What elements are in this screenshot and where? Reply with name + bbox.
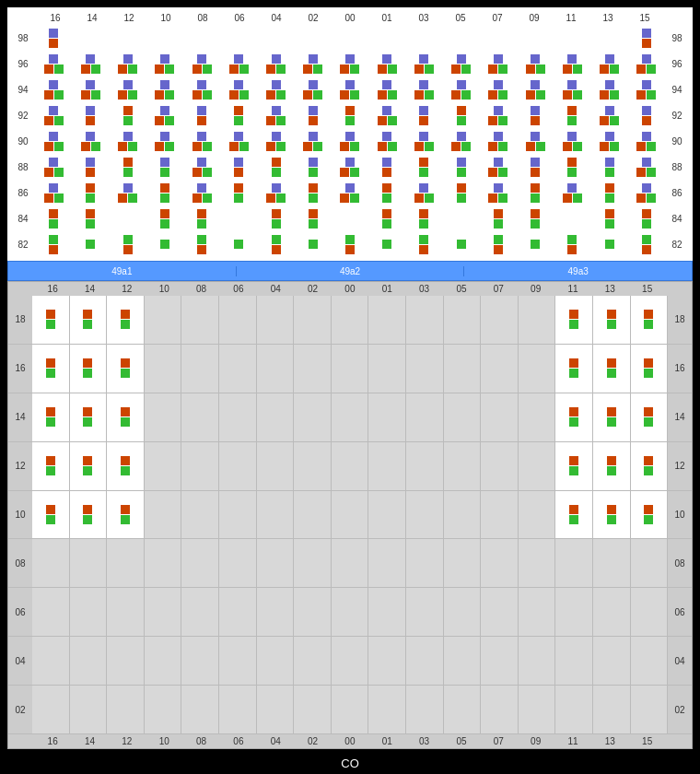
bot-col-header-0: 16 bbox=[36, 284, 69, 294]
bot-row-label-left-08: 08 bbox=[8, 558, 32, 569]
col-header-10: 03 bbox=[407, 13, 440, 23]
bot-cell-r10-c10 bbox=[406, 491, 444, 539]
cell-r88-c16 bbox=[630, 155, 663, 179]
bot-col-header-5: 06 bbox=[222, 284, 255, 294]
bottom-grid-rows: 181816161414121210100808060604040202 bbox=[8, 296, 692, 734]
cell-r98-c15 bbox=[593, 26, 626, 50]
bot-cell-r02-c10 bbox=[406, 686, 444, 733]
bot-cell-r12-c15 bbox=[593, 442, 631, 490]
bot-cell-r14-c5 bbox=[219, 393, 257, 441]
bot-cell-r16-c10 bbox=[406, 345, 444, 393]
cell-r96-c3 bbox=[148, 52, 181, 76]
cell-r94-c10 bbox=[407, 77, 440, 101]
cell-r88-c10 bbox=[407, 155, 440, 179]
cell-r84-c13 bbox=[519, 206, 552, 230]
bot-cell-r08-c12 bbox=[481, 539, 519, 587]
bot-row-10: 1010 bbox=[8, 491, 692, 540]
top-row-84: 8484 bbox=[11, 205, 689, 231]
bot-cell-r04-c16 bbox=[631, 637, 669, 685]
cell-r96-c12 bbox=[482, 52, 515, 76]
cell-r94-c12 bbox=[482, 77, 515, 101]
cell-r92-c0 bbox=[37, 103, 70, 127]
bot-cell-r16-c11 bbox=[444, 345, 482, 393]
bot-cell-r06-c2 bbox=[107, 588, 145, 636]
bot-cell-r12-c9 bbox=[368, 442, 406, 490]
cell-r92-c2 bbox=[111, 103, 145, 127]
cell-r86-c14 bbox=[555, 181, 589, 205]
bot-cell-r18-c5 bbox=[219, 296, 257, 344]
bot-cell-r10-c7 bbox=[294, 491, 332, 539]
bot-cell-r16-c4 bbox=[181, 345, 219, 393]
bot-cell-r06-c13 bbox=[519, 588, 556, 636]
bot-row-label-left-14: 14 bbox=[8, 412, 32, 422]
bot-cell-r14-c15 bbox=[593, 393, 631, 441]
bot-col-header-9: 01 bbox=[370, 284, 403, 294]
bot-cell-r14-c3 bbox=[145, 393, 182, 441]
bot-col-header-7: 02 bbox=[297, 284, 330, 294]
co-label: CO bbox=[0, 756, 700, 774]
bot-cell-r12-c1 bbox=[70, 442, 108, 490]
cell-r90-c7 bbox=[297, 129, 330, 153]
row-cells-94 bbox=[35, 77, 665, 101]
cell-r94-c2 bbox=[111, 77, 145, 101]
cell-r86-c15 bbox=[593, 181, 626, 205]
cell-r86-c8 bbox=[333, 181, 367, 205]
bot-cell-r14-c11 bbox=[444, 393, 482, 441]
bot-col-header-2: 12 bbox=[111, 284, 144, 294]
cell-r90-c11 bbox=[445, 129, 478, 153]
row-cells-92 bbox=[35, 103, 665, 127]
cell-r86-c6 bbox=[260, 181, 293, 205]
bot-cell-r10-c8 bbox=[332, 491, 369, 539]
cell-r86-c3 bbox=[148, 181, 181, 205]
bot-cell-r14-c4 bbox=[181, 393, 219, 441]
bot-cell-r02-c9 bbox=[368, 686, 406, 733]
bot-row-cells-04 bbox=[32, 637, 668, 685]
cell-r96-c16 bbox=[630, 52, 663, 76]
row-label-left-94: 94 bbox=[11, 85, 35, 95]
bot-cell-r12-c7 bbox=[294, 442, 332, 490]
bot-cell-r04-c14 bbox=[555, 637, 593, 685]
cell-r82-c9 bbox=[370, 232, 403, 256]
bot-cell-r04-c3 bbox=[145, 637, 182, 685]
cell-r98-c9 bbox=[370, 26, 403, 50]
bot-cell-r14-c16 bbox=[631, 393, 669, 441]
cell-r98-c14 bbox=[555, 26, 589, 50]
col-header-12: 07 bbox=[481, 13, 514, 23]
bot-cell-r12-c5 bbox=[219, 442, 257, 490]
bot-cell-r04-c10 bbox=[406, 637, 444, 685]
bot-row-label-right-14: 14 bbox=[668, 412, 692, 422]
top-col-headers: 16 14 12 10 08 06 04 02 00 01 03 05 07 0… bbox=[11, 11, 689, 25]
cell-r94-c3 bbox=[148, 77, 181, 101]
top-row-82: 8282 bbox=[11, 231, 689, 257]
bot-cell-r16-c2 bbox=[107, 345, 145, 393]
cell-r84-c15 bbox=[593, 206, 626, 230]
cell-r82-c0 bbox=[37, 232, 70, 256]
cell-r98-c10 bbox=[407, 26, 440, 50]
row-cells-90 bbox=[35, 129, 665, 153]
row-label-left-90: 90 bbox=[11, 136, 35, 147]
top-row-96: 9696 bbox=[11, 51, 689, 76]
bot-cell-r04-c6 bbox=[257, 637, 295, 685]
bot-cell-r02-c15 bbox=[593, 686, 631, 733]
divider-bar: 49a1 49a2 49a3 bbox=[7, 261, 693, 281]
bot-row-cells-06 bbox=[32, 588, 668, 636]
cell-r90-c5 bbox=[222, 129, 255, 153]
cell-r90-c8 bbox=[333, 129, 367, 153]
bot-cell-r10-c14 bbox=[555, 491, 593, 539]
cell-r96-c6 bbox=[260, 52, 293, 76]
bot-cell-r08-c11 bbox=[444, 539, 482, 587]
top-row-92: 9292 bbox=[11, 102, 689, 128]
bot-cell-r10-c6 bbox=[257, 491, 295, 539]
bot-cell-r12-c3 bbox=[145, 442, 182, 490]
cell-r96-c14 bbox=[555, 52, 589, 76]
cell-r88-c6 bbox=[260, 155, 293, 179]
cell-r92-c5 bbox=[222, 103, 255, 127]
bot-cell-r12-c2 bbox=[107, 442, 145, 490]
bot-cell-r02-c5 bbox=[219, 686, 257, 733]
cell-r82-c7 bbox=[297, 232, 330, 256]
cell-r94-c15 bbox=[593, 77, 626, 101]
bot-row-cells-16 bbox=[32, 345, 668, 393]
bot-cell-r10-c4 bbox=[181, 491, 219, 539]
cell-r86-c4 bbox=[185, 181, 218, 205]
cell-r92-c13 bbox=[519, 103, 552, 127]
